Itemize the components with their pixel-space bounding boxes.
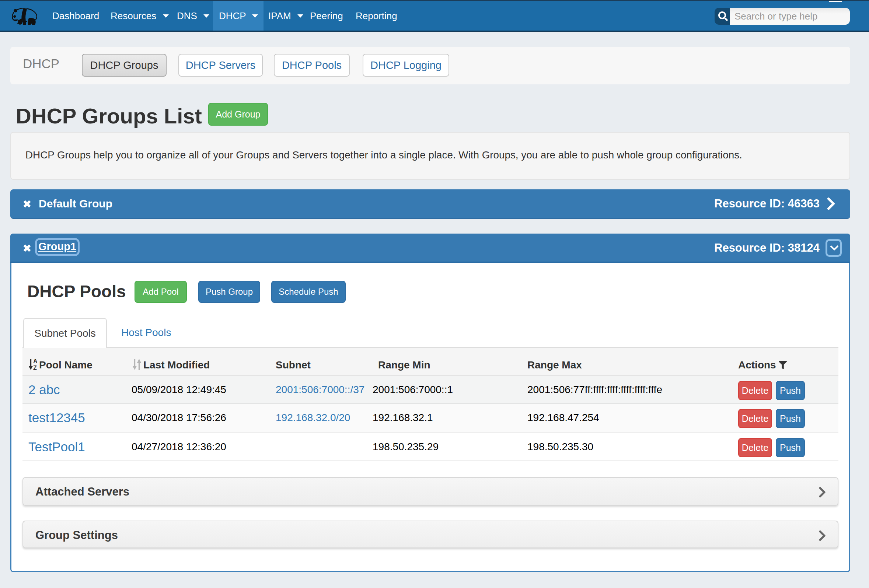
svg-text:A: A bbox=[33, 359, 37, 364]
svg-text:Z: Z bbox=[33, 365, 37, 370]
